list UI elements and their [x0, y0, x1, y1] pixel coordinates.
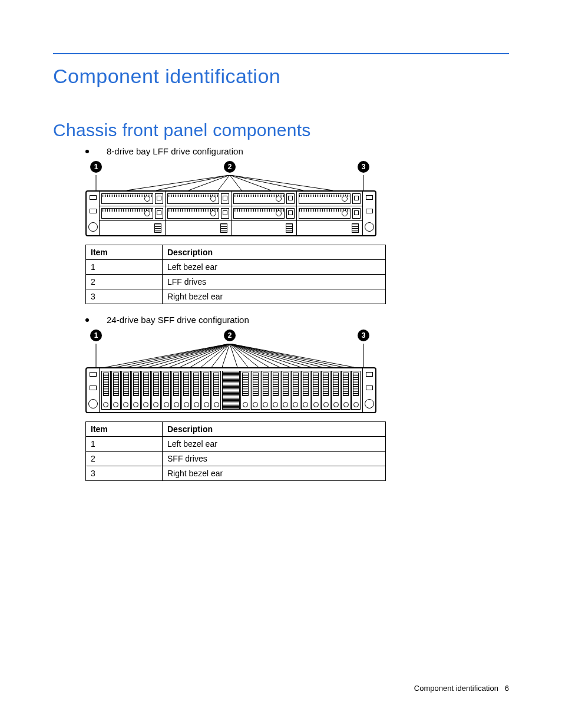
- sff-drive-slot: [321, 371, 330, 410]
- sff-drive-slot: [301, 371, 310, 410]
- table-row: 3Right bezel ear: [86, 289, 386, 304]
- sff-drive-slot: [251, 371, 260, 410]
- th-desc: Description: [163, 245, 386, 260]
- sff-drive-slot: [261, 371, 270, 410]
- bullet-sff: 24-drive bay SFF drive configuration: [85, 315, 509, 325]
- left-bezel-ear: [87, 192, 100, 235]
- table-lff: Item Description 1Left bezel ear 2LFF dr…: [85, 245, 386, 304]
- th-item: Item: [86, 245, 163, 260]
- sff-drive-slot: [111, 371, 121, 410]
- callout-1: 1: [90, 161, 102, 173]
- page-footer: Component identification 6: [414, 684, 509, 693]
- bullet-lff: 8-drive bay LFF drive configuration: [85, 146, 509, 156]
- svg-line-13: [116, 344, 230, 367]
- chassis-lff: [85, 190, 376, 236]
- table-row: 2SFF drives: [86, 452, 386, 466]
- svg-line-23: [222, 344, 230, 367]
- table-row: 1Left bezel ear: [86, 260, 386, 275]
- callout-1: 1: [90, 330, 102, 341]
- svg-line-12: [105, 344, 230, 367]
- bullet-icon: [85, 150, 89, 153]
- svg-line-28: [230, 344, 280, 367]
- sff-drive-slot: [291, 371, 300, 410]
- sff-drive-slot: [171, 371, 181, 410]
- th-item: Item: [86, 422, 163, 437]
- right-bezel-ear: [362, 192, 375, 235]
- sff-drive-slot: [201, 371, 211, 410]
- table-row: 2LFF drives: [86, 275, 386, 289]
- page-title: Component identification: [53, 65, 509, 88]
- sff-drive-slot: [161, 371, 171, 410]
- th-desc: Description: [163, 422, 386, 437]
- sff-drive-slot: [151, 371, 161, 410]
- left-bezel-ear: [87, 368, 100, 412]
- section-title: Chassis front panel components: [53, 120, 509, 140]
- svg-line-2: [127, 175, 230, 190]
- sff-drive-slot: [211, 371, 221, 410]
- sff-drive-slot: [181, 371, 191, 410]
- bullet-text: 8-drive bay LFF drive configuration: [107, 146, 243, 156]
- sff-drive-slot: [331, 371, 340, 410]
- svg-line-15: [137, 344, 230, 367]
- sff-drive-slot: [271, 371, 280, 410]
- bullet-text: 24-drive bay SFF drive configuration: [107, 315, 249, 325]
- diagram-lff: 1 2 3: [85, 161, 374, 236]
- footer-label: Component identification: [414, 684, 498, 693]
- svg-line-34: [230, 344, 343, 367]
- svg-line-9: [230, 175, 333, 190]
- svg-line-8: [230, 175, 303, 190]
- sff-drive-slot: [121, 371, 131, 410]
- svg-line-24: [230, 344, 237, 367]
- table-row: 1Left bezel ear: [86, 437, 386, 452]
- table-sff: Item Description 1Left bezel ear 2SFF dr…: [85, 421, 386, 481]
- sff-drive-slot: [101, 371, 111, 410]
- table-row: 3Right bezel ear: [86, 466, 386, 481]
- sff-drive-slot: [341, 371, 351, 410]
- sff-drive-slot: [191, 371, 201, 410]
- top-rule: [53, 53, 509, 54]
- svg-line-35: [230, 344, 354, 367]
- svg-line-31: [230, 344, 312, 367]
- svg-line-16: [148, 344, 230, 367]
- bullet-icon: [85, 318, 89, 322]
- callout-2: 2: [224, 330, 236, 341]
- sff-drive-slot: [281, 371, 290, 410]
- svg-line-3: [156, 175, 230, 190]
- chassis-sff: [85, 367, 376, 413]
- sff-center-panel: [222, 371, 240, 410]
- sff-drive-slot: [141, 371, 151, 410]
- diagram-sff: 1 2 3: [85, 330, 374, 413]
- sff-drive-slot: [131, 371, 141, 410]
- callout-3: 3: [358, 330, 369, 341]
- callout-3: 3: [358, 161, 369, 173]
- svg-line-19: [180, 344, 230, 367]
- footer-page: 6: [505, 684, 509, 693]
- sff-drive-slot: [311, 371, 320, 410]
- svg-line-32: [230, 344, 322, 367]
- sff-drive-slot: [240, 371, 250, 410]
- sff-drive-slot: [351, 371, 361, 410]
- callout-2: 2: [224, 161, 236, 173]
- right-bezel-ear: [362, 368, 375, 412]
